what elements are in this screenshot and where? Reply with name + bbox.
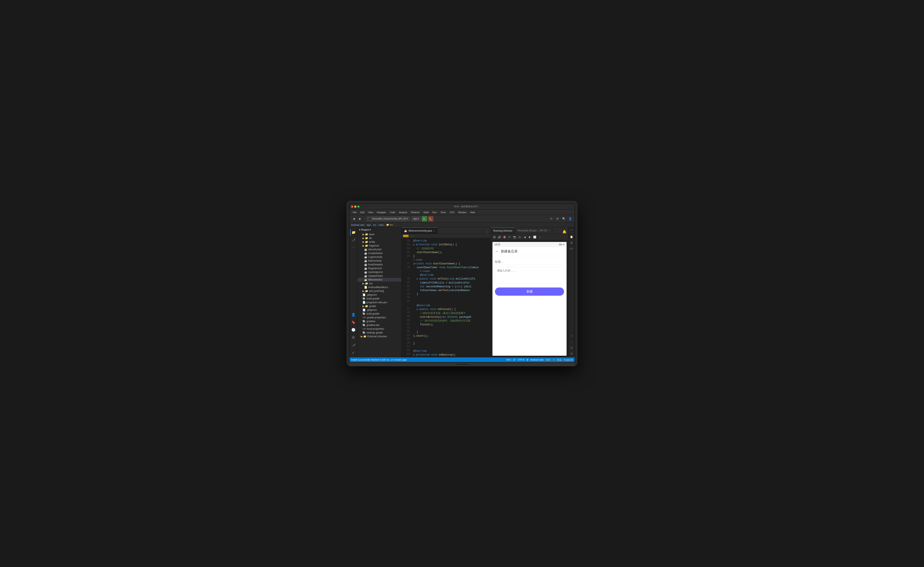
activity-more[interactable]: ··· (350, 244, 357, 251)
tree-mainactivity[interactable]: ☕ MainActivity (357, 259, 401, 263)
phone-title-input[interactable] (495, 259, 564, 265)
line-ending[interactable]: LF (513, 358, 516, 361)
tree-gradlewbat[interactable]: 🐘 gradlew.bat (357, 323, 401, 327)
menu-refactor[interactable]: Refactor (409, 211, 422, 214)
project-name[interactable]: Android-note (531, 358, 544, 361)
device-selector[interactable]: 📱 Resizable_Experimental_API_33 ▾ (366, 216, 410, 221)
tree-gradleprops[interactable]: </> gradle.properties (357, 316, 401, 320)
tree-base[interactable]: ▶ 📁 base (357, 232, 401, 236)
rp-capture[interactable]: ⊟ (569, 351, 574, 356)
tree-external[interactable]: ▶ 📁 External Libraries (357, 334, 401, 338)
tree-notedetails[interactable]: ☕ NoteDetailsA (357, 263, 401, 267)
phone-back-arrow[interactable]: ← (495, 249, 499, 254)
rp-layout-icon[interactable]: ⊞ (569, 240, 574, 245)
tree-proguard[interactable]: 📄 proguard-rules.pro (357, 300, 401, 304)
emulator-close-icon[interactable]: × (548, 229, 550, 232)
tree-buildgradle1[interactable]: 🐘 build.gradle (357, 297, 401, 300)
menu-code[interactable]: Code (388, 211, 397, 214)
more-options[interactable]: ⋮ (537, 235, 542, 239)
rp-logcat-icon[interactable]: 📋 (569, 234, 574, 239)
rotate-btn[interactable]: ⟳ (507, 235, 512, 239)
activity-bookmarks[interactable]: 🔖 (350, 319, 357, 326)
user-button[interactable]: 👤 (567, 216, 573, 222)
tab-welcomeactivity[interactable]: ☕ WelcomeActivity.java × (402, 227, 438, 234)
menu-vcs[interactable]: VCS (448, 211, 456, 214)
tree-test[interactable]: ▶ 📁 test [unitTest] (357, 289, 401, 293)
settings-button[interactable]: ⚙ (555, 216, 560, 222)
menu-window[interactable]: Window (456, 211, 468, 214)
activity-terminal[interactable]: ⊞ (350, 334, 357, 340)
tree-db[interactable]: ▶ 📁 db (357, 236, 401, 240)
menu-navigate[interactable]: Navigate (375, 211, 387, 214)
recents-btn[interactable]: ⬜ (532, 235, 537, 239)
run-button[interactable]: ▶ (422, 216, 427, 222)
tree-loginactivity[interactable]: ☕ LoginActivity (357, 255, 401, 259)
tab-close-icon[interactable]: × (433, 230, 435, 232)
home-btn[interactable]: ⏺ (527, 235, 532, 239)
tree-gradle-folder[interactable]: ▶ 📁 gradle (357, 304, 401, 308)
breadcrumb-android-note[interactable]: Android-note (351, 224, 364, 226)
back-btn[interactable]: ◀ (522, 235, 527, 239)
phone-create-button[interactable]: 新建 (495, 288, 564, 296)
sound-btn[interactable]: 🔇 (502, 235, 507, 239)
warning-arrows[interactable]: ↑ ↓ (411, 235, 414, 237)
tree-settings[interactable]: 🐘 settings.gradle (357, 331, 401, 334)
tree-androidmanifest[interactable]: 📄 AndroidManifest.x (357, 285, 401, 289)
activity-history[interactable]: 🕐 (350, 326, 357, 333)
debug-button[interactable]: 🐛 (428, 216, 434, 222)
app-selector[interactable]: app ▾ (411, 216, 421, 221)
tree-ueshelper[interactable]: ☕ UesHelperAc (357, 270, 401, 274)
tree-updatepwd[interactable]: ☕ UpdatePwdA (357, 274, 401, 278)
breadcrumb-src[interactable]: src (373, 224, 376, 226)
camera-btn[interactable]: 🎥 (517, 235, 522, 239)
rp-fit[interactable]: ⊡ (569, 345, 574, 350)
sidebar-header[interactable]: ▾ Project ▾ (357, 227, 401, 232)
code-editor[interactable]: 32 33 34 35 36 37 38 40 41 42 43 (402, 238, 490, 357)
tab-emulator[interactable]: Resizable (Exper... API 33 × (515, 227, 553, 234)
tab-running-devices[interactable]: Running Devices (491, 227, 515, 234)
menu-analyze[interactable]: Analyze (398, 211, 409, 214)
menu-build[interactable]: Build (422, 211, 430, 214)
encoding[interactable]: UTF-8 (518, 358, 524, 361)
breadcrumb-res[interactable]: 📁 res (386, 224, 393, 226)
minimize-button[interactable] (354, 206, 356, 208)
breadcrumb-app[interactable]: app (367, 224, 370, 226)
rp-zoom-in[interactable]: + (569, 333, 574, 339)
maximize-button[interactable] (357, 206, 360, 208)
tree-localprops[interactable]: </> local.properties (357, 327, 401, 331)
sync-button[interactable]: ↻ (549, 216, 554, 222)
activity-people[interactable]: 👤 (350, 311, 357, 318)
tree-welcomeact[interactable]: ☕ WelcomeAct (357, 278, 401, 282)
activity-git2[interactable]: ⎇ (350, 342, 357, 348)
tree-fragment[interactable]: ▶ 📁 fragment (357, 244, 401, 248)
phone-content-input[interactable] (495, 267, 564, 284)
menu-help[interactable]: Help (468, 211, 477, 214)
forward-button[interactable]: ▶ (357, 216, 363, 222)
menu-view[interactable]: View (366, 211, 375, 214)
notification-icon[interactable]: 🔔 (561, 230, 568, 234)
tree-entity[interactable]: ▶ 📁 entity (357, 240, 401, 244)
tree-gitignore1[interactable]: 📄 .gitignore (357, 293, 401, 297)
tree-res[interactable]: ▶ 📁 res (357, 282, 401, 285)
activity-explorer[interactable]: 📁 (350, 229, 357, 236)
tree-buildgradle2[interactable]: 🐘 build.gradle (357, 312, 401, 316)
rp-zoom-out[interactable]: − (569, 339, 574, 344)
search-button[interactable]: 🔍 (561, 216, 567, 222)
breadcrumb-main[interactable]: main (379, 224, 384, 226)
back-button[interactable]: ◀ (351, 216, 357, 222)
rp-code-icon[interactable]: </> (569, 246, 574, 251)
tree-aboutactivity[interactable]: ☕ AboutActivit (357, 248, 401, 251)
power-btn[interactable]: ⏻ (492, 235, 496, 239)
cursor-position[interactable]: 64:6 (506, 358, 511, 361)
activity-source[interactable]: ↙ (350, 349, 357, 356)
tree-createnote[interactable]: ☕ CreateNoteA (357, 251, 401, 255)
tree-gitignore2[interactable]: 📄 .gitignore (357, 308, 401, 312)
menu-edit[interactable]: Edit (358, 211, 366, 214)
screenshot-btn[interactable]: 📷 (512, 235, 517, 239)
window-controls[interactable] (351, 206, 360, 208)
volume-btn[interactable]: 🔊 (497, 235, 502, 239)
menu-tools[interactable]: Tools (439, 211, 447, 214)
tree-register[interactable]: ☕ RegisterActi (357, 267, 401, 270)
rp-device-icon[interactable]: 📱 (569, 228, 574, 234)
tree-gradlew[interactable]: 🐘 gradlew (357, 320, 401, 323)
